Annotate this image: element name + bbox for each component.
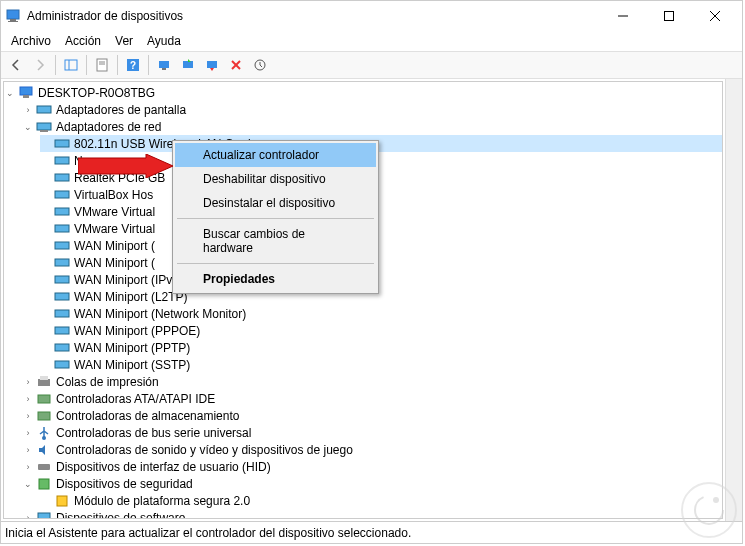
tree-root[interactable]: ⌄ DESKTOP-R0O8TBG (4, 84, 722, 101)
tree-label: Módulo de plataforma segura 2.0 (74, 494, 250, 508)
tree-category-sound[interactable]: ›Controladoras de sonido y vídeo y dispo… (22, 441, 722, 458)
expand-icon[interactable]: › (22, 376, 34, 388)
expand-icon[interactable]: › (22, 410, 34, 422)
svg-point-50 (713, 497, 719, 503)
printer-icon (36, 374, 52, 390)
svg-rect-1 (10, 19, 16, 21)
network-adapter-icon (54, 170, 70, 186)
expand-icon[interactable]: › (22, 444, 34, 456)
svg-rect-29 (55, 191, 69, 198)
tree-item-vbox[interactable]: VirtualBox Hos (40, 186, 722, 203)
scan-hardware-button[interactable] (153, 54, 175, 76)
network-adapter-icon (54, 306, 70, 322)
expand-icon[interactable]: › (22, 512, 34, 520)
expand-icon[interactable]: › (22, 393, 34, 405)
separator (177, 263, 374, 264)
update-driver-button[interactable] (177, 54, 199, 76)
tree-category-security[interactable]: ⌄Dispositivos de seguridad (22, 475, 722, 492)
tree-category-usb[interactable]: ›Controladoras de bus serie universal (22, 424, 722, 441)
tree-item-npcap[interactable]: Npcap (40, 152, 722, 169)
tree-item-vmware2[interactable]: VMware Virtual (40, 220, 722, 237)
maximize-button[interactable] (646, 1, 692, 31)
storage-controller-icon (36, 408, 52, 424)
tree-item-wan-l2tp[interactable]: WAN Miniport (L2TP) (40, 288, 722, 305)
svg-rect-31 (55, 225, 69, 232)
forward-button[interactable] (29, 54, 51, 76)
tree-item-wan-sstp[interactable]: WAN Miniport (SSTP) (40, 356, 722, 373)
network-adapter-icon (54, 289, 70, 305)
refresh-button[interactable] (249, 54, 271, 76)
svg-rect-17 (207, 61, 217, 68)
help-button[interactable]: ? (122, 54, 144, 76)
svg-rect-23 (37, 106, 51, 113)
svg-text:?: ? (130, 60, 136, 71)
disable-device-button[interactable] (201, 54, 223, 76)
uninstall-device-button[interactable] (225, 54, 247, 76)
svg-rect-48 (38, 513, 50, 520)
svg-rect-2 (8, 21, 18, 22)
svg-rect-22 (23, 95, 29, 98)
tree-item-wifi[interactable]: 802.11n USB Wireless LAN Card (40, 135, 722, 152)
sound-controller-icon (36, 442, 52, 458)
ctx-update-driver[interactable]: Actualizar controlador (175, 143, 376, 167)
collapse-icon[interactable]: ⌄ (22, 478, 34, 490)
tree-item-wan-ipv6[interactable]: WAN Miniport (IPv6) (40, 271, 722, 288)
tree-item-wan-netmon[interactable]: WAN Miniport (Network Monitor) (40, 305, 722, 322)
collapse-icon[interactable]: ⌄ (4, 87, 16, 99)
tree-label: DESKTOP-R0O8TBG (38, 86, 155, 100)
expand-icon[interactable]: › (22, 427, 34, 439)
ctx-uninstall-device[interactable]: Desinstalar el dispositivo (175, 191, 376, 215)
network-adapter-icon (54, 221, 70, 237)
network-adapter-icon (54, 153, 70, 169)
tree-category-printqueues[interactable]: ›Colas de impresión (22, 373, 722, 390)
context-menu: Actualizar controlador Deshabilitar disp… (172, 140, 379, 294)
tree-item-realtek[interactable]: Realtek PCIe GB (40, 169, 722, 186)
svg-rect-30 (55, 208, 69, 215)
menu-file[interactable]: Archivo (5, 32, 57, 50)
menu-action[interactable]: Acción (59, 32, 107, 50)
tree-item-wan-pptp[interactable]: WAN Miniport (PPTP) (40, 339, 722, 356)
vertical-scrollbar[interactable] (725, 79, 742, 521)
back-button[interactable] (5, 54, 27, 76)
tree-category-software[interactable]: ›Dispositivos de software (22, 509, 722, 519)
statusbar: Inicia el Asistente para actualizar el c… (1, 521, 742, 543)
collapse-icon[interactable]: ⌄ (22, 121, 34, 133)
tree-category-ataide[interactable]: ›Controladoras ATA/ATAPI IDE (22, 390, 722, 407)
tree-category-network[interactable]: ⌄Adaptadores de red (22, 118, 722, 135)
toolbar: ? (1, 51, 742, 79)
network-adapter-icon (54, 136, 70, 152)
tree-item-tpm[interactable]: Módulo de plataforma segura 2.0 (40, 492, 722, 509)
tree-category-storage[interactable]: ›Controladoras de almacenamiento (22, 407, 722, 424)
tree-label: WAN Miniport (PPPOE) (74, 324, 200, 338)
expand-icon[interactable]: › (22, 461, 34, 473)
network-adapter-icon (54, 187, 70, 203)
svg-rect-45 (38, 464, 50, 470)
minimize-button[interactable] (600, 1, 646, 31)
network-adapter-icon (54, 272, 70, 288)
ctx-scan-hardware[interactable]: Buscar cambios de hardware (175, 222, 376, 260)
svg-rect-32 (55, 242, 69, 249)
tree-label: VMware Virtual (74, 222, 155, 236)
properties-button[interactable] (91, 54, 113, 76)
ctx-properties[interactable]: Propiedades (175, 267, 376, 291)
tree-label: WAN Miniport (PPTP) (74, 341, 190, 355)
tree-item-wan1[interactable]: WAN Miniport ( (40, 237, 722, 254)
tree-item-wan-pppoe[interactable]: WAN Miniport (PPPOE) (40, 322, 722, 339)
tree-item-vmware1[interactable]: VMware Virtual (40, 203, 722, 220)
svg-rect-34 (55, 276, 69, 283)
svg-rect-40 (38, 379, 50, 386)
close-button[interactable] (692, 1, 738, 31)
show-hide-tree-button[interactable] (60, 54, 82, 76)
svg-rect-42 (38, 395, 50, 403)
watermark-logo-icon (681, 482, 737, 538)
tree-label: WAN Miniport ( (74, 256, 155, 270)
tree-category-display[interactable]: ›Adaptadores de pantalla (22, 101, 722, 118)
menu-help[interactable]: Ayuda (141, 32, 187, 50)
separator (177, 218, 374, 219)
tree-item-wan2[interactable]: WAN Miniport ( (40, 254, 722, 271)
expand-icon[interactable]: › (22, 104, 34, 116)
software-device-icon (36, 510, 52, 520)
ctx-disable-device[interactable]: Deshabilitar dispositivo (175, 167, 376, 191)
menu-view[interactable]: Ver (109, 32, 139, 50)
tree-category-hid[interactable]: ›Dispositivos de interfaz de usuario (HI… (22, 458, 722, 475)
